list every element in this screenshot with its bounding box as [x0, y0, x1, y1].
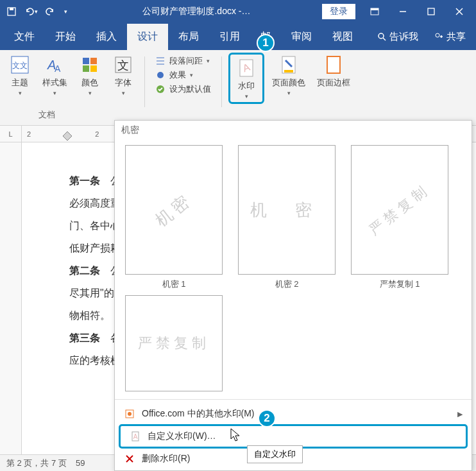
svg-rect-3 — [371, 8, 378, 10]
vertical-ruler[interactable] — [0, 142, 22, 470]
tab-layout[interactable]: 布局 — [168, 24, 209, 50]
chevron-down-icon: ▾ — [53, 90, 56, 96]
watermark-option[interactable]: 机密 机密 1 — [125, 145, 223, 290]
close-button[interactable] — [445, 0, 473, 23]
menu-item-office-watermarks[interactable]: Office.com 中的其他水印(M) ▶ — [115, 404, 472, 424]
save-icon — [6, 6, 17, 17]
check-icon — [155, 84, 166, 94]
doc-line: 物相符。 — [69, 309, 108, 323]
page-borders-button[interactable]: 页面边框 — [313, 53, 354, 90]
svg-text:A: A — [133, 433, 138, 440]
paragraph-spacing-button[interactable]: 段落间距 ▾ — [155, 55, 211, 67]
office-icon — [124, 408, 135, 420]
svg-marker-31 — [63, 132, 72, 141]
colors-label: 颜色 — [81, 77, 98, 89]
svg-text:A: A — [55, 64, 61, 74]
svg-rect-17 — [83, 65, 89, 72]
word-count[interactable]: 59 — [76, 458, 85, 468]
share-label: 共享 — [446, 31, 466, 43]
title-bar: ▾ ▾ 公司财产管理制度.docx -… 登录 — [0, 0, 476, 23]
chevron-down-icon: ▾ — [287, 90, 291, 96]
ribbon-tabs: 文件 开始 插入 设计 布局 引用 邮 审阅 视图 告诉我 共享 — [0, 23, 476, 50]
svg-line-9 — [383, 38, 386, 40]
ribbon-display-icon — [370, 6, 380, 17]
colors-icon — [79, 54, 101, 76]
tab-view[interactable]: 视图 — [322, 24, 363, 50]
watermark-button[interactable]: A 水印 ▾ — [232, 56, 261, 101]
page-indicator[interactable]: 第 2 页，共 7 页 — [6, 458, 67, 469]
set-default-label: 设为默认值 — [169, 83, 211, 95]
tab-references[interactable]: 引用 — [209, 24, 250, 50]
custom-watermark-icon: A — [130, 431, 141, 442]
watermark-icon: A — [235, 57, 257, 79]
redo-icon — [45, 6, 55, 17]
svg-rect-15 — [83, 58, 89, 64]
share-button[interactable]: 共享 — [427, 26, 472, 48]
style-sets-label: 样式集 — [42, 77, 67, 89]
doc-line: 第二条 公 — [69, 264, 108, 278]
svg-rect-18 — [90, 65, 97, 72]
login-button[interactable]: 登录 — [322, 4, 355, 19]
doc-formatting-options: 段落间距 ▾ 效果 ▾ 设为默认值 — [151, 53, 215, 98]
watermark-option[interactable]: 严禁复制 严禁复制 1 — [351, 145, 448, 290]
fonts-button[interactable]: 文 字体 ▾ — [108, 53, 138, 98]
effects-label: 效果 — [169, 69, 186, 81]
page-borders-label: 页面边框 — [317, 77, 350, 89]
watermark-option-label: 严禁复制 1 — [380, 278, 420, 290]
ruler-corner: L — [0, 126, 22, 142]
fonts-icon: 文 — [112, 54, 134, 76]
minimize-button[interactable] — [389, 0, 417, 23]
tab-insert[interactable]: 插入 — [86, 24, 127, 50]
dropdown-section-header: 机密 — [115, 121, 472, 140]
save-button[interactable] — [3, 3, 21, 21]
ribbon-options-button[interactable] — [361, 0, 389, 23]
themes-button[interactable]: 文文 主题 ▾ — [5, 53, 35, 98]
svg-rect-16 — [90, 58, 97, 64]
watermark-label: 水印 — [238, 80, 255, 92]
ruler-mark: 2 — [27, 130, 31, 138]
tab-file[interactable]: 文件 — [4, 24, 45, 50]
svg-point-24 — [157, 72, 164, 78]
remove-icon — [124, 453, 135, 465]
doc-line: 门、各中心 — [69, 219, 108, 233]
spacing-icon — [155, 56, 166, 66]
chevron-down-icon: ▾ — [35, 8, 38, 15]
style-sets-button[interactable]: AA 样式集 ▾ — [38, 53, 71, 98]
svg-rect-29 — [284, 70, 293, 73]
tab-review[interactable]: 审阅 — [281, 24, 322, 50]
menu-item-label: 自定义水印(W)… — [148, 431, 216, 442]
page-color-icon — [278, 54, 300, 76]
svg-rect-30 — [327, 56, 340, 73]
tab-home[interactable]: 开始 — [45, 24, 86, 50]
qat-customize-icon[interactable]: ▾ — [60, 8, 71, 15]
tooltip: 自定义水印 — [247, 445, 303, 463]
tab-design[interactable]: 设计 — [127, 24, 168, 50]
maximize-button[interactable] — [417, 0, 445, 23]
menu-item-label: Office.com 中的其他水印(M) — [142, 408, 255, 420]
set-default-button[interactable]: 设为默认值 — [155, 83, 211, 95]
svg-point-10 — [436, 33, 439, 37]
document-page[interactable]: 第一条 公 必须高度重 门、各中心 低财产损耗 第二条 公 尽其用"的 物相符。… — [44, 142, 121, 470]
doc-line: 第一条 公 — [69, 175, 108, 188]
close-icon — [455, 7, 464, 16]
undo-button[interactable]: ▾ — [22, 3, 40, 21]
tell-me-label: 告诉我 — [389, 31, 418, 43]
effects-button[interactable]: 效果 ▾ — [155, 69, 211, 81]
svg-point-8 — [378, 33, 384, 39]
group-label-doc-format: 文档 — [5, 107, 89, 123]
watermark-option[interactable]: 机 密 机密 2 — [238, 145, 336, 290]
ribbon-divider — [221, 56, 222, 108]
minimize-icon — [398, 7, 407, 16]
watermark-option[interactable]: 严禁复制 — [125, 295, 223, 391]
watermark-preview-text: 严禁复制 — [138, 334, 210, 353]
themes-icon: 文文 — [9, 54, 31, 76]
chevron-down-icon: ▾ — [245, 93, 248, 99]
ribbon-divider — [144, 56, 145, 108]
chevron-down-icon: ▾ — [122, 90, 125, 96]
fonts-label: 字体 — [115, 77, 132, 89]
colors-button[interactable]: 颜色 ▾ — [75, 53, 105, 98]
tell-me-search[interactable]: 告诉我 — [370, 26, 425, 48]
page-color-button[interactable]: 页面颜色 ▾ — [268, 53, 309, 98]
indent-marker-icon[interactable] — [63, 132, 72, 143]
redo-button[interactable] — [41, 3, 59, 21]
